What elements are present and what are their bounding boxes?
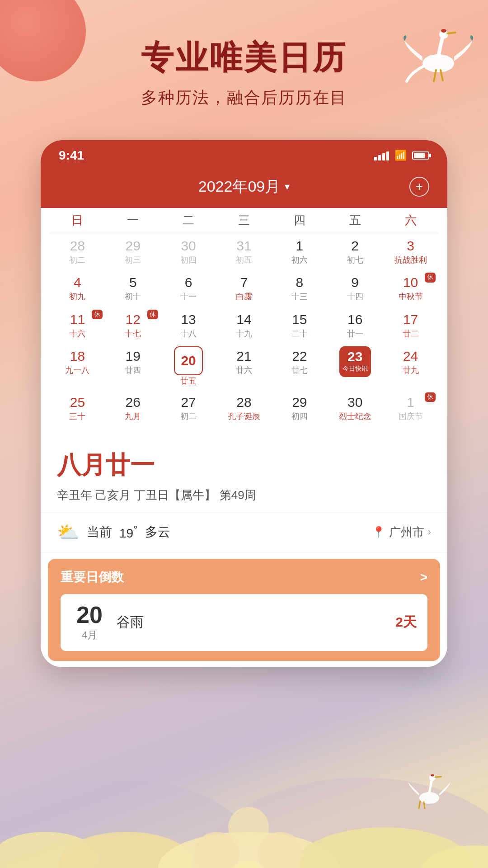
date-cell[interactable]: 8 十三 [272,270,327,307]
date-cell[interactable]: 25 三十 [50,390,105,426]
date-cell[interactable]: 17 廿二 [383,307,438,344]
month-title[interactable]: 2022年09月 ▾ [198,176,290,197]
countdown-header: 重要日倒数 > [61,569,427,586]
weekday-sun: 日 [50,212,105,228]
status-bar: 9:41 📶 [41,140,447,167]
date-cell[interactable]: 16 廿一 [327,307,383,344]
date-cell[interactable]: 22 廿七 [272,344,327,389]
date-cell[interactable]: 29 初四 [272,390,327,426]
date-cell[interactable]: 6 十一 [161,270,216,307]
date-cell[interactable]: 28 孔子诞辰 [216,390,272,426]
weather-right[interactable]: 📍 广州市 › [372,524,431,540]
chevron-down-icon: ▾ [285,181,290,193]
date-cell[interactable]: 休 12 十七 [105,307,161,344]
date-cell-next-month[interactable]: 休 1 国庆节 [383,390,438,426]
deco-crane-bottom [407,773,452,809]
weather-left: ⛅ 当前 19° 多云 [57,522,170,543]
date-cell[interactable]: 30 初四 [161,233,216,270]
calendar-header[interactable]: 2022年09月 ▾ + [41,167,447,208]
date-cell[interactable]: 9 十四 [327,270,383,307]
status-time: 9:41 [59,148,84,163]
weather-section[interactable]: ⛅ 当前 19° 多云 📍 广州市 › [41,513,447,552]
holiday-badge: 休 [425,273,436,283]
battery-icon [412,151,429,160]
date-cell[interactable]: 21 廿六 [216,344,272,389]
weekday-tue: 二 [161,212,216,228]
date-cell[interactable]: 29 初三 [105,233,161,270]
date-grid: 28 初二 29 初三 30 初四 31 初五 1 初六 2 初七 [50,233,438,426]
date-cell[interactable]: 2 初七 [327,233,383,270]
date-cell[interactable]: 14 十九 [216,307,272,344]
date-cell[interactable]: 18 九一八 [50,344,105,389]
date-cell-today[interactable]: 23 今日快讯 [327,344,383,389]
date-cell[interactable]: 7 白露 [216,270,272,307]
date-cell[interactable]: 28 初二 [50,233,105,270]
date-cell[interactable]: 3 抗战胜利 [383,233,438,270]
lunar-detail: 辛丑年 己亥月 丁丑日【属牛】 第49周 [57,487,431,503]
location-icon: 📍 [372,526,385,538]
weather-location: 广州市 [389,524,424,540]
countdown-header-arrow: > [420,570,427,585]
date-cell[interactable]: 1 初六 [272,233,327,270]
lunar-date-big: 八月廿一 [57,449,431,482]
deco-crane-top [402,27,474,86]
date-cell[interactable]: 19 廿四 [105,344,161,389]
date-cell[interactable]: 26 九月 [105,390,161,426]
weather-current-label: 当前 [87,524,112,541]
date-cell[interactable]: 休 11 十六 [50,307,105,344]
signal-icon [374,151,389,160]
add-button[interactable]: + [409,177,429,197]
countdown-days-left: 2天 [395,613,417,632]
weather-temp: 19° [119,524,138,541]
holiday-badge: 休 [147,310,158,320]
weekday-thu: 四 [272,212,327,228]
svg-point-11 [228,807,269,848]
arrow-right-icon: › [428,526,431,538]
weather-icon: ⛅ [57,522,80,543]
date-cell[interactable]: 4 初九 [50,270,105,307]
weekday-mon: 一 [105,212,161,228]
countdown-item[interactable]: 20 4月 谷雨 2天 [61,594,427,651]
weekday-wed: 三 [216,212,272,228]
status-icons: 📶 [374,150,429,161]
date-cell[interactable]: 30 烈士纪念 [327,390,383,426]
date-cell[interactable]: 休 10 中秋节 [383,270,438,307]
date-cell[interactable]: 31 初五 [216,233,272,270]
countdown-event-name: 谷雨 [117,613,386,632]
date-cell[interactable]: 13 十八 [161,307,216,344]
date-cell[interactable]: 27 初二 [161,390,216,426]
lunar-date-section: 八月廿一 辛丑年 己亥月 丁丑日【属牛】 第49周 [41,435,447,513]
weekday-sat: 六 [383,212,438,228]
countdown-section[interactable]: 重要日倒数 > 20 4月 谷雨 2天 [48,559,440,661]
month-label: 2022年09月 [198,176,280,197]
date-cell-selected[interactable]: 20 廿五 [161,344,216,389]
date-cell[interactable]: 5 初十 [105,270,161,307]
phone-mockup: 9:41 📶 2022年09月 ▾ + 日 一 二 三 [41,140,447,667]
countdown-day-num: 20 [71,603,108,627]
holiday-badge: 休 [92,310,103,320]
countdown-date: 20 4月 [71,603,108,642]
countdown-title: 重要日倒数 [61,569,124,586]
sub-title: 多种历法，融合后历历在目 [0,87,488,109]
weekday-fri: 五 [327,212,383,228]
date-cell[interactable]: 24 廿九 [383,344,438,389]
date-cell[interactable]: 15 二十 [272,307,327,344]
svg-point-14 [441,29,446,33]
weekday-row: 日 一 二 三 四 五 六 [50,208,438,233]
calendar-grid: 日 一 二 三 四 五 六 28 初二 29 初三 30 初四 31 [41,208,447,435]
countdown-month: 4月 [71,628,108,642]
svg-point-17 [431,774,434,777]
holiday-badge: 休 [425,392,436,402]
wifi-icon: 📶 [394,150,407,161]
weather-condition: 多云 [145,524,170,541]
